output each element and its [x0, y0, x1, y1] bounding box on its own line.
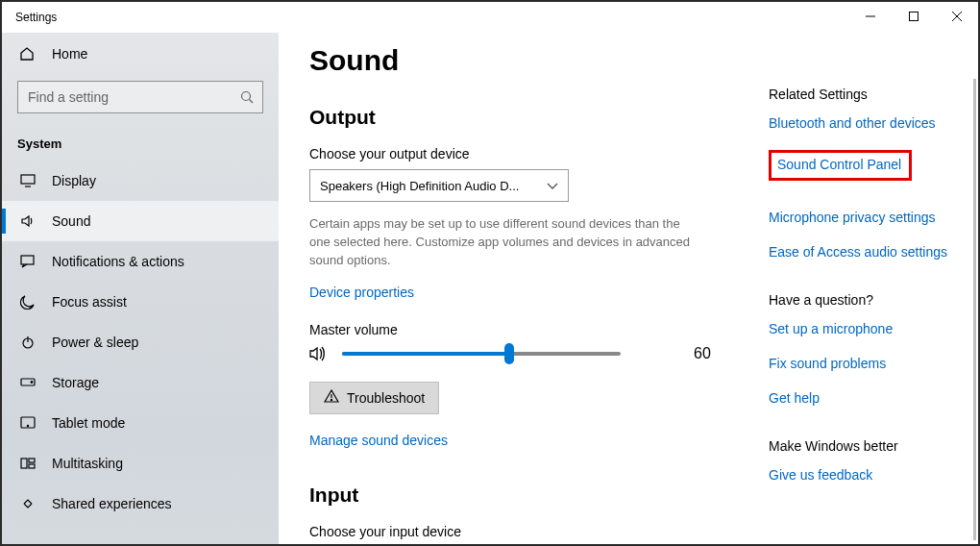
sidebar-item-label: Focus assist — [52, 294, 127, 310]
svg-point-4 — [242, 92, 251, 101]
volume-slider[interactable] — [342, 352, 621, 356]
titlebar: Settings — [2, 2, 978, 33]
output-device-value: Speakers (High Definition Audio D... — [320, 179, 519, 193]
sidebar-item-tablet-mode[interactable]: Tablet mode — [2, 403, 279, 443]
close-button[interactable] — [935, 2, 978, 31]
slider-thumb[interactable] — [504, 343, 514, 364]
svg-rect-6 — [21, 175, 35, 184]
sound-icon — [19, 214, 37, 228]
multitasking-icon — [19, 458, 37, 469]
focus-icon — [19, 294, 37, 310]
warning-icon — [324, 389, 339, 406]
sidebar-item-shared-experiences[interactable]: Shared experiences — [2, 484, 279, 524]
input-heading: Input — [309, 484, 744, 507]
page-title: Sound — [309, 44, 744, 77]
input-choose-label: Choose your input device — [309, 524, 744, 539]
have-question-heading: Have a question? — [769, 292, 947, 308]
sound-control-panel-link[interactable]: Sound Control Panel — [769, 150, 912, 181]
output-heading: Output — [309, 106, 744, 129]
sidebar: Home Find a setting System Display Sound… — [2, 33, 279, 544]
svg-line-5 — [250, 100, 254, 104]
maximize-button[interactable] — [892, 2, 935, 31]
sidebar-item-label: Shared experiences — [52, 496, 172, 511]
fix-sound-link[interactable]: Fix sound problems — [769, 356, 947, 371]
sidebar-item-display[interactable]: Display — [2, 161, 279, 201]
sidebar-item-label: Power & sleep — [52, 335, 138, 350]
svg-point-14 — [27, 425, 28, 426]
svg-rect-17 — [29, 464, 35, 468]
window-controls — [848, 2, 978, 31]
mic-privacy-link[interactable]: Microphone privacy settings — [769, 210, 947, 225]
notifications-icon — [19, 255, 37, 268]
chevron-down-icon — [547, 179, 558, 193]
setup-microphone-link[interactable]: Set up a microphone — [769, 321, 947, 336]
master-volume-label: Master volume — [309, 322, 744, 337]
minimize-button[interactable] — [848, 2, 892, 31]
home-nav[interactable]: Home — [2, 35, 279, 73]
home-label: Home — [52, 46, 87, 62]
sidebar-item-label: Storage — [52, 375, 99, 390]
svg-point-19 — [331, 399, 331, 400]
related-settings-heading: Related Settings — [769, 87, 947, 102]
display-icon — [19, 174, 37, 187]
output-device-select[interactable]: Speakers (High Definition Audio D... — [309, 169, 569, 202]
sidebar-category: System — [2, 117, 279, 161]
get-help-link[interactable]: Get help — [769, 390, 947, 406]
svg-rect-1 — [909, 12, 918, 21]
sidebar-item-storage[interactable]: Storage — [2, 362, 279, 403]
svg-rect-15 — [21, 459, 27, 468]
svg-point-12 — [31, 382, 33, 384]
give-feedback-link[interactable]: Give us feedback — [769, 467, 947, 483]
svg-rect-8 — [21, 256, 34, 264]
search-input[interactable]: Find a setting — [17, 81, 263, 113]
troubleshoot-button[interactable]: Troubleshoot — [309, 382, 439, 414]
slider-fill — [342, 352, 509, 356]
sidebar-item-label: Notifications & actions — [52, 254, 184, 269]
search-placeholder: Find a setting — [28, 89, 109, 105]
device-properties-link[interactable]: Device properties — [309, 285, 414, 300]
power-icon — [19, 335, 37, 350]
sidebar-item-label: Sound — [52, 213, 90, 229]
manage-sound-devices-link[interactable]: Manage sound devices — [309, 433, 448, 448]
scrollbar[interactable] — [973, 79, 976, 540]
sidebar-item-sound[interactable]: Sound — [2, 201, 279, 241]
output-help-text: Certain apps may be set up to use differ… — [309, 215, 694, 270]
sidebar-item-label: Tablet mode — [52, 415, 125, 431]
window-title: Settings — [15, 11, 57, 24]
home-icon — [19, 46, 37, 62]
sidebar-item-label: Display — [52, 173, 96, 188]
sidebar-item-multitasking[interactable]: Multitasking — [2, 443, 279, 484]
ease-of-access-audio-link[interactable]: Ease of Access audio settings — [769, 244, 947, 260]
sidebar-item-notifications[interactable]: Notifications & actions — [2, 241, 279, 282]
output-choose-label: Choose your output device — [309, 146, 744, 161]
shared-icon — [19, 497, 37, 510]
volume-value: 60 — [694, 345, 711, 362]
speaker-icon[interactable] — [309, 346, 327, 361]
storage-icon — [19, 378, 37, 387]
svg-rect-16 — [29, 459, 35, 462]
content-area: Sound Output Choose your output device S… — [279, 33, 978, 544]
tablet-icon — [19, 416, 37, 430]
search-icon — [239, 89, 255, 108]
sidebar-item-power-sleep[interactable]: Power & sleep — [2, 322, 279, 362]
sidebar-item-label: Multitasking — [52, 456, 123, 471]
bluetooth-link[interactable]: Bluetooth and other devices — [769, 115, 947, 131]
make-windows-better-heading: Make Windows better — [769, 438, 947, 454]
sidebar-item-focus-assist[interactable]: Focus assist — [2, 282, 279, 322]
troubleshoot-label: Troubleshoot — [347, 390, 425, 406]
